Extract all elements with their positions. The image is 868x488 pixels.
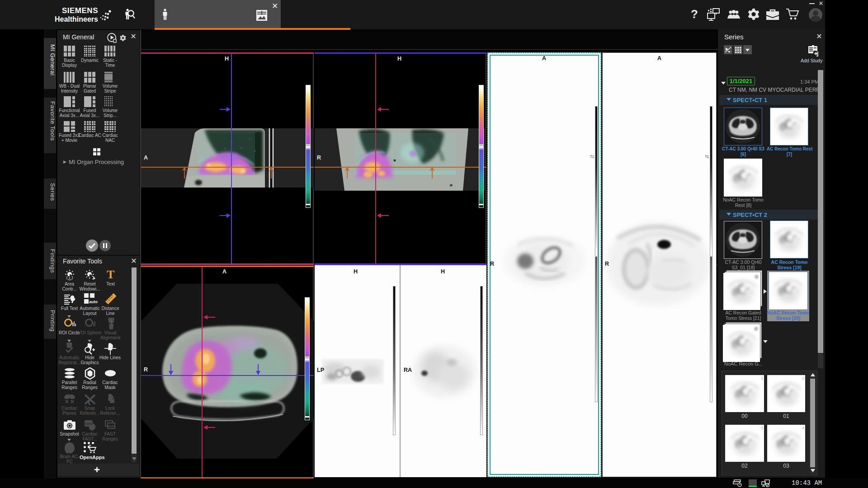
svg-text:auto: auto <box>108 424 115 427</box>
svg-text:auto: auto <box>85 422 93 426</box>
